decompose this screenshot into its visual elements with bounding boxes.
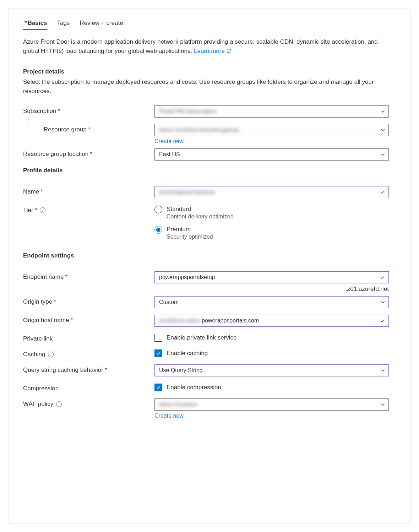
subscription-select[interactable]: Portal PM Subscription bbox=[154, 105, 389, 118]
project-details-title: Project details bbox=[23, 68, 396, 75]
tier-premium-radio[interactable]: Premium Security optimized bbox=[154, 226, 389, 241]
tier-standard-label: Standard bbox=[167, 205, 234, 213]
resource-group-value: demo frontdoornetworkingsetup bbox=[159, 127, 239, 133]
learn-more-label: Learn more bbox=[194, 48, 225, 54]
endpoint-settings-title: Endpoint settings bbox=[23, 252, 396, 259]
resource-group-select[interactable]: demo frontdoornetworkingsetup bbox=[154, 124, 389, 136]
origin-host-suffix: .powerappsportals.com bbox=[200, 317, 259, 324]
origin-host-prefix: portalhost-name bbox=[159, 317, 200, 324]
subscription-label: Subscription* bbox=[23, 105, 154, 115]
caching-check-label: Enable caching bbox=[167, 350, 208, 357]
create-new-rg-link[interactable]: Create new bbox=[154, 138, 184, 145]
tier-standard-radio[interactable]: Standard Content delivery optimized bbox=[154, 205, 389, 221]
query-string-label: Query string caching behavior* bbox=[23, 364, 154, 374]
private-link-checkbox[interactable] bbox=[154, 334, 162, 342]
tab-review-label: Review + create bbox=[80, 20, 123, 26]
radio-unchecked-icon bbox=[154, 206, 162, 213]
intro-text: Azure Front Door is a modern application… bbox=[23, 37, 385, 55]
tab-bar: *Basics Tags Review + create bbox=[23, 17, 396, 30]
learn-more-link[interactable]: Learn more bbox=[194, 48, 231, 54]
caching-checkbox[interactable] bbox=[154, 349, 162, 357]
tab-tags[interactable]: Tags bbox=[57, 17, 70, 30]
tier-radio-group: Standard Content delivery optimized Prem… bbox=[154, 205, 389, 241]
query-string-select[interactable]: Use Query String bbox=[154, 364, 389, 376]
profile-details-title: Profile details bbox=[23, 167, 396, 174]
tier-premium-sub: Security optimized bbox=[167, 233, 213, 241]
tab-basics[interactable]: *Basics bbox=[23, 17, 47, 30]
waf-policy-value: demo frontdoor bbox=[159, 401, 198, 408]
create-new-waf-link[interactable]: Create new bbox=[154, 413, 184, 419]
profile-name-input[interactable]: powerappsportalsetup bbox=[154, 186, 389, 198]
radio-checked-icon bbox=[154, 226, 162, 234]
project-details-desc: Select the subscription to manage deploy… bbox=[23, 77, 378, 96]
tier-label: Tier*i bbox=[23, 205, 154, 214]
tier-premium-label: Premium bbox=[167, 226, 213, 233]
private-link-label: Private link bbox=[23, 333, 154, 342]
resource-group-label: Resource group* bbox=[23, 124, 154, 133]
origin-type-label: Origin type* bbox=[23, 296, 154, 305]
origin-host-input[interactable]: portalhost-name.powerappsportals.com bbox=[154, 315, 389, 327]
info-icon[interactable]: i bbox=[56, 401, 62, 407]
tier-standard-sub: Content delivery optimized bbox=[167, 213, 234, 221]
profile-name-value: powerappsportalsetup bbox=[159, 189, 215, 195]
tab-tags-label: Tags bbox=[57, 20, 70, 26]
check-icon bbox=[380, 318, 385, 324]
compression-check-label: Enable compression bbox=[167, 384, 221, 391]
tree-connector-icon bbox=[28, 116, 39, 128]
subscription-value: Portal PM Subscription bbox=[159, 108, 217, 115]
waf-policy-select[interactable]: demo frontdoor bbox=[154, 398, 389, 411]
profile-name-label: Name* bbox=[23, 186, 154, 195]
private-link-check-label: Enable private link service bbox=[167, 334, 236, 341]
rg-location-label: Resource group location* bbox=[23, 148, 154, 158]
tab-review[interactable]: Review + create bbox=[80, 17, 123, 30]
endpoint-name-input[interactable]: powerappsportalsetup bbox=[154, 271, 389, 283]
tab-basics-label: Basics bbox=[28, 20, 47, 26]
info-icon[interactable]: i bbox=[40, 207, 45, 213]
origin-host-label: Origin host name* bbox=[23, 315, 154, 324]
rg-location-value: East US bbox=[159, 151, 180, 158]
rg-location-select[interactable]: East US bbox=[154, 148, 389, 161]
waf-policy-label: WAF policyi bbox=[23, 398, 154, 408]
query-string-value: Use Query String bbox=[159, 367, 203, 374]
compression-label: Compression bbox=[23, 383, 154, 392]
origin-type-value: Custom bbox=[159, 299, 179, 305]
endpoint-name-value: powerappsportalsetup bbox=[159, 274, 215, 281]
origin-type-select[interactable]: Custom bbox=[154, 296, 389, 308]
form-panel: *Basics Tags Review + create Azure Front… bbox=[9, 9, 410, 523]
caching-label: Cachingi bbox=[23, 349, 154, 358]
endpoint-suffix: .z01.azurefd.net bbox=[154, 286, 389, 293]
external-link-icon bbox=[226, 48, 231, 53]
info-icon[interactable]: i bbox=[48, 352, 54, 357]
check-icon bbox=[380, 189, 385, 195]
compression-checkbox[interactable] bbox=[154, 384, 162, 391]
endpoint-name-label: Endpoint name* bbox=[23, 271, 154, 281]
check-icon bbox=[380, 275, 385, 280]
